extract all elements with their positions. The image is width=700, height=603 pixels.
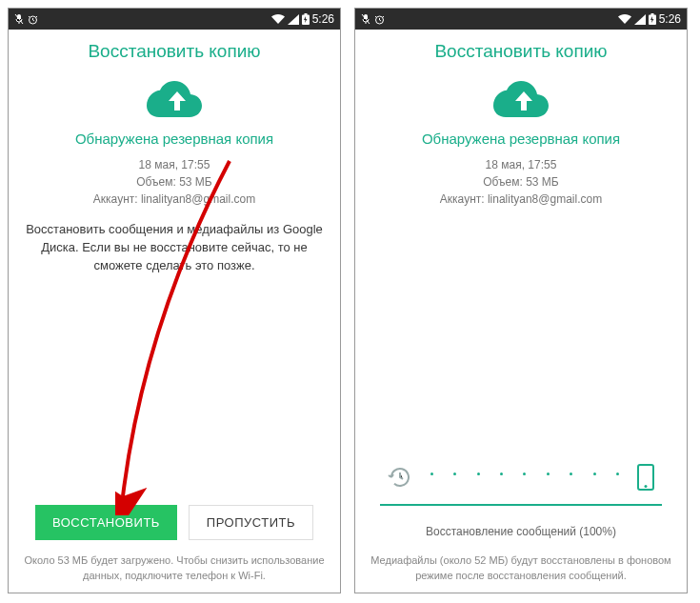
skip-button[interactable]: ПРОПУСТИТЬ bbox=[189, 505, 313, 540]
page-title: Восстановить копию bbox=[369, 41, 673, 62]
phone-screen-right: 5:26 Восстановить копию Обнаружена резер… bbox=[354, 8, 688, 593]
footer-note: Около 53 МБ будет загружено. Чтобы снизи… bbox=[22, 553, 327, 583]
status-bar: 5:26 bbox=[9, 9, 340, 30]
progress-bar bbox=[380, 504, 662, 506]
status-bar: 5:26 bbox=[355, 9, 687, 30]
history-icon bbox=[388, 465, 412, 493]
restore-progress: Восстановление сообщений (100%) bbox=[369, 464, 673, 538]
backup-found-heading: Обнаружена резервная копия bbox=[369, 131, 673, 147]
progress-text: Восстановление сообщений (100%) bbox=[369, 525, 673, 538]
mic-mute-icon bbox=[14, 13, 24, 25]
restore-button[interactable]: ВОССТАНОВИТЬ bbox=[35, 505, 177, 540]
phone-screen-left: 5:26 Восстановить копию Обнаружена резер… bbox=[8, 8, 341, 593]
backup-meta: 18 мая, 17:55 Объем: 53 МБ Аккаунт: lina… bbox=[22, 156, 327, 208]
status-time: 5:26 bbox=[312, 12, 334, 26]
svg-rect-5 bbox=[650, 13, 653, 15]
backup-meta: 18 мая, 17:55 Объем: 53 МБ Аккаунт: lina… bbox=[369, 156, 673, 208]
backup-account: Аккаунт: linalityan8@gmail.com bbox=[369, 191, 673, 208]
cloud-upload-icon bbox=[22, 79, 327, 117]
page-title: Восстановить копию bbox=[22, 41, 327, 62]
alarm-icon bbox=[28, 14, 38, 25]
alarm-icon bbox=[374, 14, 385, 25]
phone-icon bbox=[637, 464, 654, 494]
backup-found-heading: Обнаружена резервная копия bbox=[22, 131, 327, 147]
cloud-upload-icon bbox=[369, 79, 673, 117]
wifi-icon bbox=[618, 14, 631, 25]
footer-note: Медиафайлы (около 52 МБ) будут восстанов… bbox=[369, 553, 673, 583]
backup-date: 18 мая, 17:55 bbox=[22, 156, 327, 173]
backup-account: Аккаунт: linalityan8@gmail.com bbox=[22, 191, 327, 208]
svg-point-7 bbox=[645, 485, 648, 488]
mic-mute-icon bbox=[361, 13, 370, 25]
battery-icon bbox=[649, 13, 656, 25]
backup-size: Объем: 53 МБ bbox=[22, 173, 327, 191]
battery-icon bbox=[302, 13, 310, 25]
backup-size: Объем: 53 МБ bbox=[369, 173, 673, 191]
wifi-icon bbox=[271, 14, 285, 25]
restore-description: Восстановить сообщения и медиафайлы из G… bbox=[22, 221, 327, 275]
svg-rect-2 bbox=[304, 13, 307, 15]
signal-icon bbox=[288, 14, 299, 25]
signal-icon bbox=[634, 14, 646, 25]
status-time: 5:26 bbox=[659, 12, 681, 26]
backup-date: 18 мая, 17:55 bbox=[369, 156, 673, 173]
